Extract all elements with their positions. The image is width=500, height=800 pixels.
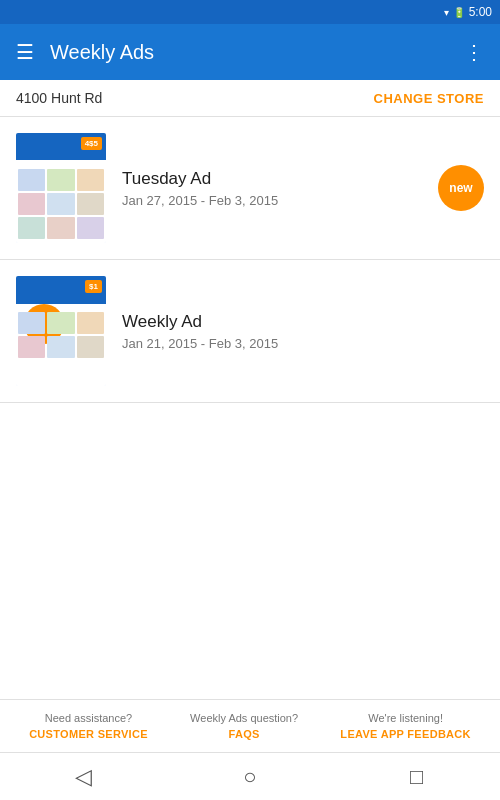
battery-icon: 🔋: [453, 7, 465, 18]
app-bar-title: Weekly Ads: [50, 41, 448, 64]
more-options-icon[interactable]: ⋮: [464, 40, 484, 64]
recents-button[interactable]: □: [393, 753, 441, 801]
status-time: 5:00: [469, 5, 492, 19]
footer-col-support: Need assistance? CUSTOMER SERVICE: [29, 712, 148, 740]
thumb-item: [18, 217, 45, 239]
ad-dates-tuesday: Jan 27, 2015 - Feb 3, 2015: [122, 193, 422, 208]
ad-item-tuesday[interactable]: 4$5 Tuesday Ad Jan 27, 2015 - Feb 3, 201…: [0, 117, 500, 260]
new-badge: new: [438, 165, 484, 211]
thumb-grid: [18, 169, 104, 239]
thumb-item: [47, 193, 74, 215]
thumbnail-kroger-tuesday: 4$5: [16, 133, 106, 243]
ad-thumbnail-weekly: $1: [16, 276, 106, 386]
price-badge: 4$5: [81, 137, 102, 150]
main-content: 4$5 Tuesday Ad Jan 27, 2015 - Feb 3, 201…: [0, 117, 500, 699]
thumb-item: [47, 336, 74, 358]
thumb-grid-weekly: [18, 312, 104, 382]
hamburger-icon[interactable]: ☰: [16, 40, 34, 64]
footer-col-feedback: We're listening! LEAVE APP FEEDBACK: [340, 712, 471, 740]
thumb-item: [77, 217, 104, 239]
thumb-item: [77, 336, 104, 358]
ad-thumbnail-tuesday: 4$5: [16, 133, 106, 243]
footer-label-support: Need assistance?: [45, 712, 132, 724]
price-badge-weekly: $1: [85, 280, 102, 293]
ad-info-tuesday: Tuesday Ad Jan 27, 2015 - Feb 3, 2015: [122, 169, 422, 208]
status-bar: ▾ 🔋 5:00: [0, 0, 500, 24]
app-bar: ☰ Weekly Ads ⋮: [0, 24, 500, 80]
ad-dates-weekly: Jan 21, 2015 - Feb 3, 2015: [122, 336, 484, 351]
back-button[interactable]: ◁: [59, 753, 107, 801]
thumb-item: [47, 169, 74, 191]
footer-col-faq: Weekly Ads question? FAQS: [190, 712, 298, 740]
status-icons: ▾ 🔋 5:00: [444, 5, 492, 19]
wifi-icon: ▾: [444, 7, 449, 18]
thumb-item: [18, 336, 45, 358]
store-address: 4100 Hunt Rd: [16, 90, 102, 106]
thumb-item: [47, 312, 74, 334]
thumb-item: [18, 312, 45, 334]
ad-item-weekly[interactable]: $1 Weekly Ad Jan 21, 2015 - Feb 3, 2015: [0, 260, 500, 403]
footer-label-feedback: We're listening!: [368, 712, 443, 724]
footer: Need assistance? CUSTOMER SERVICE Weekly…: [0, 699, 500, 752]
thumb-item: [77, 169, 104, 191]
leave-feedback-link[interactable]: LEAVE APP FEEDBACK: [340, 728, 471, 740]
ad-title-weekly: Weekly Ad: [122, 312, 484, 332]
ad-info-weekly: Weekly Ad Jan 21, 2015 - Feb 3, 2015: [122, 312, 484, 351]
nav-bar: ◁ ○ □: [0, 752, 500, 800]
footer-label-faq: Weekly Ads question?: [190, 712, 298, 724]
thumbnail-kroger-weekly: $1: [16, 276, 106, 386]
thumb-item: [47, 217, 74, 239]
thumb-item: [18, 193, 45, 215]
faqs-link[interactable]: FAQS: [229, 728, 260, 740]
thumb-item: [18, 169, 45, 191]
address-bar: 4100 Hunt Rd CHANGE STORE: [0, 80, 500, 117]
change-store-button[interactable]: CHANGE STORE: [374, 91, 485, 106]
thumb-item: [77, 193, 104, 215]
customer-service-link[interactable]: CUSTOMER SERVICE: [29, 728, 148, 740]
thumb-item: [77, 312, 104, 334]
home-button[interactable]: ○: [226, 753, 274, 801]
ad-title-tuesday: Tuesday Ad: [122, 169, 422, 189]
